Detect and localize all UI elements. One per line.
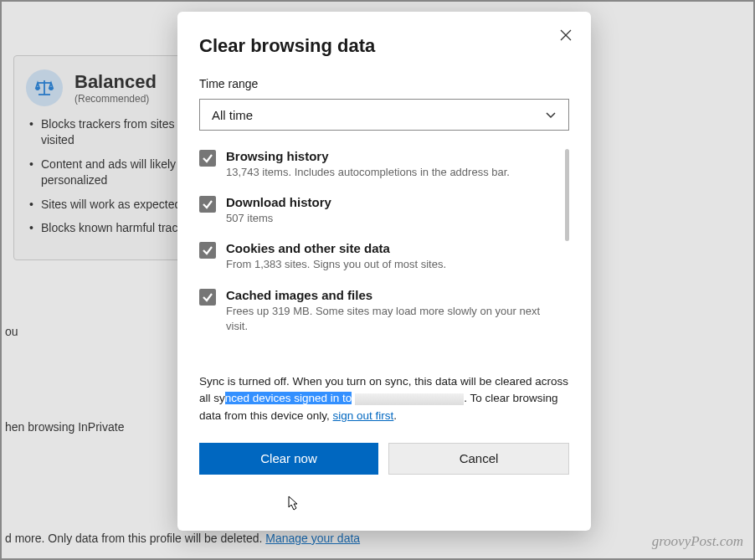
checkbox-cached-images[interactable]: [199, 289, 216, 306]
chevron-down-icon: [545, 109, 557, 121]
redacted-account: [355, 393, 464, 405]
option-desc: From 1,383 sites. Signs you out of most …: [226, 257, 556, 272]
dialog-title: Clear browsing data: [199, 35, 569, 57]
option-title: Cached images and files: [226, 288, 556, 302]
option-desc: 507 items: [226, 211, 556, 226]
clear-browsing-data-dialog: Clear browsing data Time range All time …: [177, 12, 591, 531]
checkbox-download-history[interactable]: [199, 196, 216, 213]
cancel-button[interactable]: Cancel: [388, 443, 569, 475]
check-icon: [202, 152, 213, 164]
close-button[interactable]: [554, 23, 578, 47]
option-desc: Frees up 319 MB. Some sites may load mor…: [226, 304, 556, 334]
selected-text: nced devices signed in to: [225, 392, 352, 404]
scrollbar-thumb[interactable]: [565, 149, 569, 241]
options-list: Browsing history 13,743 items. Includes …: [199, 149, 569, 368]
option-title: Browsing history: [226, 149, 556, 163]
time-range-label: Time range: [199, 77, 569, 90]
close-icon: [559, 28, 573, 42]
option-title: Download history: [226, 195, 556, 209]
option-desc: 13,743 items. Includes autocompletions i…: [226, 165, 556, 180]
check-icon: [202, 198, 213, 210]
check-icon: [202, 244, 213, 256]
clear-now-button[interactable]: Clear now: [199, 443, 378, 475]
checkbox-browsing-history[interactable]: [199, 150, 216, 167]
settings-page-background: Balanced (Recommended) Blocks trackers f…: [0, 0, 755, 560]
time-range-select[interactable]: All time: [199, 99, 569, 131]
sign-out-first-link[interactable]: sign out first: [333, 409, 394, 422]
sync-note: Sync is turned off. When you turn on syn…: [199, 373, 569, 424]
option-download-history: Download history 507 items: [199, 195, 569, 226]
time-range-value: All time: [212, 108, 253, 122]
option-browsing-history: Browsing history 13,743 items. Includes …: [199, 149, 569, 180]
checkbox-cookies[interactable]: [199, 242, 216, 259]
option-cookies: Cookies and other site data From 1,383 s…: [199, 241, 569, 272]
check-icon: [202, 291, 213, 303]
option-title: Cookies and other site data: [226, 241, 556, 255]
option-cached-images: Cached images and files Frees up 319 MB.…: [199, 288, 569, 334]
